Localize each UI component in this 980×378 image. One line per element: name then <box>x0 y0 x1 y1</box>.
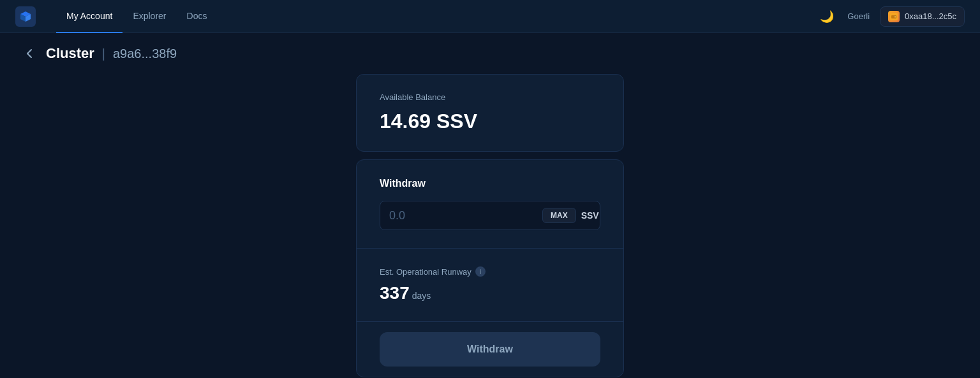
ssv-logo-icon <box>15 6 36 27</box>
logo-area[interactable] <box>15 6 36 27</box>
runway-section: Est. Operational Runway i 337days <box>357 249 623 321</box>
nav-docs[interactable]: Docs <box>177 0 218 33</box>
network-label: Goerli <box>847 11 870 21</box>
nav-links: My Account Explorer Docs <box>56 0 217 33</box>
back-arrow-button[interactable] <box>20 45 38 62</box>
withdraw-section-label: Withdraw <box>380 178 600 189</box>
wallet-icon <box>888 11 900 22</box>
navbar-right: 🌙 Goerli 0xaa18...2c5c <box>817 6 965 27</box>
balance-value: 14.69 SSV <box>380 110 600 133</box>
max-button[interactable]: MAX <box>542 208 576 223</box>
balance-card-inner: Available Balance 14.69 SSV <box>357 75 623 151</box>
network-badge: Goerli <box>847 11 870 21</box>
currency-label: SSV <box>581 210 599 221</box>
theme-toggle-button[interactable]: 🌙 <box>817 6 837 27</box>
withdraw-button-section: Withdraw <box>357 322 623 377</box>
wallet-address: 0xaa18...2c5c <box>905 11 956 21</box>
runway-info-icon[interactable]: i <box>475 266 486 277</box>
balance-label: Available Balance <box>380 92 600 102</box>
nav-explorer[interactable]: Explorer <box>122 0 176 33</box>
runway-header: Est. Operational Runway i <box>380 266 600 277</box>
wallet-connect-button[interactable]: 0xaa18...2c5c <box>880 6 965 27</box>
amount-input[interactable] <box>389 209 537 222</box>
withdraw-main-card: Withdraw MAX SSV Est. Operational Runway… <box>356 159 624 377</box>
svg-point-3 <box>895 16 896 17</box>
runway-label: Est. Operational Runway <box>380 267 471 277</box>
withdraw-section: Withdraw MAX SSV <box>357 160 623 248</box>
breadcrumb-cluster-label: Cluster <box>46 45 94 62</box>
breadcrumb-address: a9a6...38f9 <box>113 47 177 61</box>
cards-container: Available Balance 14.69 SSV Withdraw MAX… <box>0 74 980 378</box>
navbar: My Account Explorer Docs 🌙 Goerli 0xaa18… <box>0 0 980 33</box>
breadcrumb: Cluster | a9a6...38f9 <box>0 33 980 74</box>
runway-value: 337days <box>380 283 600 303</box>
main-content: Available Balance 14.69 SSV Withdraw MAX… <box>0 74 980 378</box>
navbar-left: My Account Explorer Docs <box>15 0 217 33</box>
balance-card: Available Balance 14.69 SSV <box>356 74 624 152</box>
runway-unit: days <box>412 291 431 301</box>
nav-my-account[interactable]: My Account <box>56 0 122 33</box>
amount-input-wrapper: MAX SSV <box>380 201 600 230</box>
breadcrumb-separator: | <box>102 47 105 61</box>
withdraw-button[interactable]: Withdraw <box>380 332 600 367</box>
